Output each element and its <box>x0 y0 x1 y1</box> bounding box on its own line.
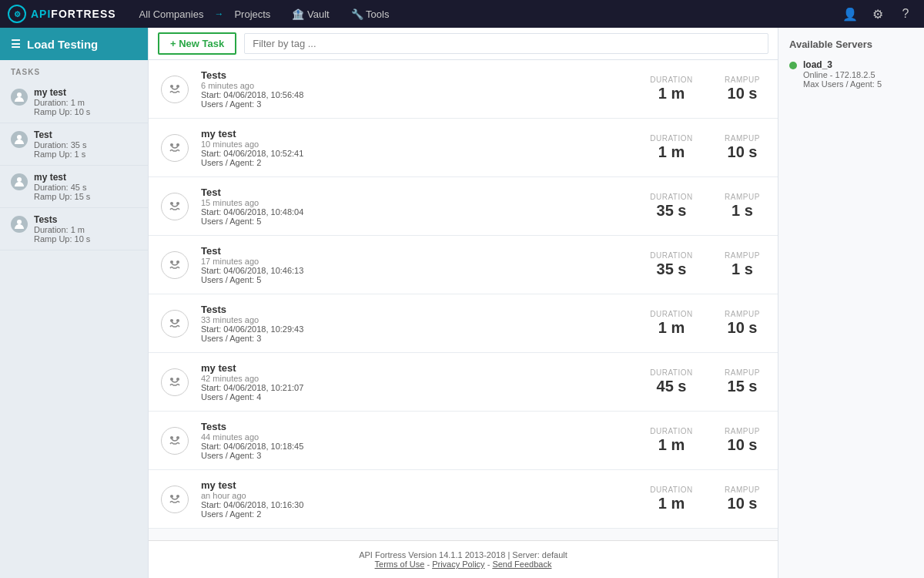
svg-point-20 <box>176 378 179 381</box>
sidebar-task-item[interactable]: my test Duration: 1 m Ramp Up: 10 s <box>0 81 148 123</box>
settings-icon[interactable]: ⚙ <box>867 3 889 25</box>
server-item: load_3 Online - 172.18.2.5 Max Users / A… <box>789 59 913 89</box>
terms-link[interactable]: Terms of Use <box>375 560 425 569</box>
user-icon[interactable]: 👤 <box>839 3 861 25</box>
rampup-metric: RAMPUP 10 s <box>719 134 765 161</box>
server-status-dot <box>789 62 797 69</box>
task-row-info: my test an hour ago Start: 04/06/2018, 1… <box>201 479 636 519</box>
task-row[interactable]: Tests 44 minutes ago Start: 04/06/2018, … <box>149 412 778 470</box>
duration-label: DURATION <box>648 368 695 377</box>
task-row-start: Start: 04/06/2018, 10:46:13 <box>201 266 636 275</box>
server-info: load_3 Online - 172.18.2.5 Max Users / A… <box>803 59 882 89</box>
main-layout: ☰ Load Testing TASKS my test Duration: 1… <box>0 28 924 578</box>
task-row[interactable]: my test 42 minutes ago Start: 04/06/2018… <box>149 353 778 412</box>
nav-projects[interactable]: Projects <box>223 0 281 28</box>
rampup-metric: RAMPUP 10 s <box>719 310 765 337</box>
task-row-name: Test <box>201 245 636 257</box>
footer-links: Terms of Use - Privacy Policy - Send Fee… <box>158 560 768 569</box>
task-metrics: DURATION 1 m RAMPUP 10 s <box>648 310 765 337</box>
task-row-name: Tests <box>201 69 636 81</box>
task-row-time: 42 minutes ago <box>201 374 636 383</box>
logo[interactable]: ⚙ APIFORTRESS <box>8 5 116 23</box>
nav-tools[interactable]: 🔧 Tools <box>340 0 400 28</box>
privacy-link[interactable]: Privacy Policy <box>432 560 484 569</box>
nav-all-companies[interactable]: All Companies <box>129 0 215 28</box>
sidebar-tasks-list: my test Duration: 1 m Ramp Up: 10 s Test… <box>0 81 148 250</box>
rampup-label: RAMPUP <box>719 193 765 201</box>
server-status: Online - 172.18.2.5 <box>803 70 882 79</box>
rampup-metric: RAMPUP 10 s <box>719 486 765 512</box>
svg-point-0 <box>17 92 22 97</box>
task-row-info: Tests 44 minutes ago Start: 04/06/2018, … <box>201 421 636 460</box>
task-row-start: Start: 04/06/2018, 10:16:30 <box>201 500 636 509</box>
main-content: + New Task Tests 6 minutes ago Start: 04… <box>149 28 778 578</box>
feedback-link[interactable]: Send Feedback <box>492 560 551 569</box>
svg-point-11 <box>176 202 179 205</box>
task-row-name: Test <box>201 187 636 198</box>
footer: API Fortress Version 14.1.1 2013-2018 | … <box>149 540 778 578</box>
sidebar-task-item[interactable]: Tests Duration: 1 m Ramp Up: 10 s <box>0 208 148 250</box>
svg-point-22 <box>170 436 173 439</box>
task-metrics: DURATION 35 s RAMPUP 1 s <box>648 193 765 220</box>
duration-label: DURATION <box>648 427 695 435</box>
rampup-label: RAMPUP <box>719 368 765 377</box>
svg-point-8 <box>176 143 179 146</box>
task-row-name: Tests <box>201 421 636 432</box>
svg-point-5 <box>176 85 179 88</box>
task-row-users: Users / Agent: 3 <box>201 334 636 343</box>
task-metrics: DURATION 1 m RAMPUP 10 s <box>648 427 765 454</box>
sidebar-task-item[interactable]: Test Duration: 35 s Ramp Up: 1 s <box>0 123 148 166</box>
task-row[interactable]: Test 17 minutes ago Start: 04/06/2018, 1… <box>149 236 778 294</box>
rampup-value: 15 s <box>719 377 765 395</box>
task-row-time: 17 minutes ago <box>201 257 636 266</box>
nav-items: All Companies → Projects 🏦 Vault 🔧 Tools <box>129 0 839 28</box>
duration-value: 1 m <box>648 84 695 102</box>
available-servers-title: Available Servers <box>789 39 913 50</box>
new-task-button[interactable]: + New Task <box>158 32 236 55</box>
svg-point-2 <box>17 177 22 182</box>
task-row-info: Tests 33 minutes ago Start: 04/06/2018, … <box>201 304 636 343</box>
task-info: my test Duration: 1 m Ramp Up: 10 s <box>34 87 90 116</box>
task-metrics: DURATION 45 s RAMPUP 15 s <box>648 368 765 395</box>
task-row[interactable]: my test an hour ago Start: 04/06/2018, 1… <box>149 470 778 529</box>
rampup-value: 10 s <box>719 143 765 161</box>
task-row-icon <box>161 486 189 513</box>
task-avatar <box>11 89 28 106</box>
sidebar-task-item[interactable]: my test Duration: 45 s Ramp Up: 15 s <box>0 166 148 208</box>
task-row[interactable]: my test 10 minutes ago Start: 04/06/2018… <box>149 119 778 177</box>
task-row[interactable]: Tests 33 minutes ago Start: 04/06/2018, … <box>149 294 778 353</box>
task-row-start: Start: 04/06/2018, 10:21:07 <box>201 383 636 392</box>
task-row-users: Users / Agent: 4 <box>201 392 636 402</box>
duration-label: DURATION <box>648 310 695 318</box>
rampup-metric: RAMPUP 1 s <box>719 193 765 220</box>
svg-point-3 <box>17 220 22 224</box>
rampup-value: 10 s <box>719 494 765 512</box>
rampup-metric: RAMPUP 1 s <box>719 251 765 278</box>
rampup-label: RAMPUP <box>719 251 765 260</box>
footer-text: API Fortress Version 14.1.1 2013-2018 | … <box>158 550 768 560</box>
task-row-time: 10 minutes ago <box>201 139 636 149</box>
task-row-info: my test 42 minutes ago Start: 04/06/2018… <box>201 362 636 402</box>
rampup-value: 10 s <box>719 318 765 337</box>
task-name: my test <box>34 87 90 98</box>
task-row[interactable]: Test 15 minutes ago Start: 04/06/2018, 1… <box>149 177 778 236</box>
servers-list: load_3 Online - 172.18.2.5 Max Users / A… <box>789 59 913 89</box>
rampup-value: 10 s <box>719 84 765 102</box>
task-duration: Duration: 45 s <box>34 183 90 192</box>
task-row-icon <box>161 193 189 220</box>
nav-vault[interactable]: 🏦 Vault <box>281 0 340 28</box>
nav-right: 👤 ⚙ ? <box>839 3 916 25</box>
task-row-time: 44 minutes ago <box>201 432 636 442</box>
task-duration: Duration: 1 m <box>34 225 90 234</box>
right-panel: Available Servers load_3 Online - 172.18… <box>778 28 924 578</box>
duration-value: 1 m <box>648 435 695 454</box>
task-row[interactable]: Tests 6 minutes ago Start: 04/06/2018, 1… <box>149 60 778 119</box>
task-row-icon <box>161 310 189 338</box>
duration-label: DURATION <box>648 486 695 494</box>
svg-point-25 <box>170 495 173 498</box>
duration-value: 35 s <box>648 260 695 278</box>
rampup-label: RAMPUP <box>719 486 765 494</box>
help-icon[interactable]: ? <box>895 3 916 25</box>
filter-input[interactable] <box>244 33 768 54</box>
task-info: my test Duration: 45 s Ramp Up: 15 s <box>34 172 90 201</box>
